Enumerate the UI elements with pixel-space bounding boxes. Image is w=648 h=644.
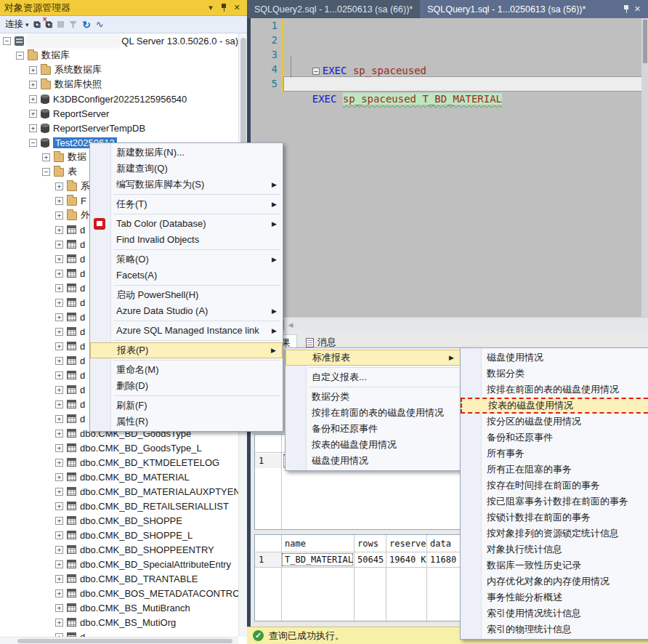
tree-row[interactable]: +dbo.CMK_BOS_METADATACONTRO — [0, 586, 238, 600]
close-icon[interactable]: ✕ — [634, 4, 641, 14]
expander-icon[interactable]: + — [55, 182, 63, 190]
expander-icon[interactable]: − — [16, 52, 24, 60]
menu-item[interactable]: 所有正在阻塞的事务 — [461, 462, 648, 478]
tree-row[interactable]: +ReportServerTempDB — [0, 121, 238, 135]
menu-item[interactable]: 按表的磁盘使用情况 — [285, 437, 461, 453]
row-number[interactable]: 1 — [255, 454, 281, 468]
menu-item[interactable]: 任务(T)▶ — [90, 196, 283, 212]
menu-item[interactable]: 按对象排列的资源锁定统计信息 — [461, 526, 648, 542]
expander-icon[interactable]: + — [55, 255, 63, 263]
tree-row[interactable]: +dbo.CMK_BD_RETAILSERIALLIST — [0, 499, 238, 513]
tree-row[interactable]: +d — [0, 629, 238, 637]
sql-editor[interactable]: 12345 −EXEC sp_spaceused EXEC sp_spaceus… — [247, 18, 648, 317]
expander-icon[interactable]: + — [55, 531, 63, 539]
expander-icon[interactable]: + — [55, 546, 63, 554]
tree-horizontal-scrollbar[interactable] — [0, 637, 238, 644]
expander-icon[interactable]: + — [55, 415, 63, 423]
menu-item[interactable]: 标准报表▶ — [285, 350, 461, 366]
expander-icon[interactable]: + — [29, 110, 37, 118]
expander-icon[interactable]: − — [29, 139, 37, 147]
editor-horizontal-scrollbar[interactable]: ▾ ◀ — [251, 317, 648, 331]
tree-row[interactable]: +数据库快照 — [0, 77, 238, 92]
chevron-down-icon[interactable]: ▾ — [205, 3, 216, 12]
expander-icon[interactable]: + — [29, 95, 37, 103]
menu-item[interactable]: 新建数据库(N)... — [90, 145, 283, 161]
menu-item[interactable]: Azure SQL Managed Instance link▶ — [90, 323, 283, 339]
menu-item[interactable]: Facets(A) — [90, 267, 283, 283]
expander-icon[interactable]: + — [55, 386, 63, 394]
activity-monitor-icon[interactable]: ∿ — [96, 19, 104, 30]
tree-row[interactable]: +dbo.CMK_BS_MutiOrg — [0, 615, 238, 629]
menu-item[interactable]: 属性(R) — [90, 414, 283, 430]
expander-icon[interactable]: + — [55, 517, 63, 525]
tree-row[interactable]: +dbo.CMK_BS_MutiBranch — [0, 600, 238, 615]
expander-icon[interactable]: + — [55, 560, 63, 568]
menu-item[interactable]: Find Invalid Objects — [90, 232, 283, 248]
expander-icon[interactable]: + — [55, 226, 63, 234]
tree-row[interactable]: +系统数据库 — [0, 63, 238, 77]
menu-item[interactable]: 编写数据库脚本为(S)▶ — [90, 177, 283, 193]
expander-icon[interactable]: + — [55, 604, 63, 612]
expander-icon[interactable]: + — [55, 313, 63, 321]
expander-icon[interactable]: + — [55, 444, 63, 452]
menu-item[interactable]: 重命名(M) — [90, 362, 283, 378]
expander-icon[interactable]: + — [55, 197, 63, 205]
connect-button[interactable]: 连接 ▾ — [5, 18, 29, 31]
expander-icon[interactable]: + — [55, 488, 63, 496]
pin-icon[interactable] — [623, 5, 630, 13]
menu-item[interactable]: 备份和还原事件 — [461, 430, 648, 446]
menu-item[interactable]: 磁盘使用情况 — [285, 453, 461, 469]
expander-icon[interactable]: + — [55, 328, 63, 336]
expander-icon[interactable]: + — [55, 284, 63, 292]
tree-row[interactable]: +dbo.CMK_BD_GoodsType_L — [0, 440, 238, 455]
expander-icon[interactable]: + — [55, 459, 63, 467]
menu-item[interactable]: Tab Color (Database)▶ — [90, 216, 283, 232]
row-number[interactable]: 1 — [255, 552, 281, 567]
tree-row[interactable]: +ReportServer — [0, 106, 238, 121]
column-header[interactable]: reserved — [386, 536, 426, 551]
menu-item[interactable]: Azure Data Studio (A)▶ — [90, 303, 283, 319]
expander-icon[interactable]: + — [55, 430, 63, 438]
menu-item[interactable]: 按存在时间排在前面的事务 — [461, 478, 648, 494]
editor-vertical-scrollbar[interactable] — [641, 18, 648, 317]
menu-item[interactable]: 按排在前面的表的磁盘使用情况 — [461, 382, 648, 398]
tree-row[interactable]: +dbo.CMK_BD_SHOPPEENTRY — [0, 542, 238, 557]
expander-icon[interactable]: + — [55, 401, 63, 408]
menu-item[interactable]: 策略(O)▶ — [90, 251, 283, 267]
expander-icon[interactable]: − — [42, 168, 50, 176]
menu-item[interactable]: 磁盘使用情况 — [461, 350, 648, 366]
grid-cell[interactable]: 50645 — [354, 552, 386, 567]
expander-icon[interactable]: + — [55, 270, 63, 278]
tree-row[interactable]: −数据库 — [0, 48, 238, 63]
menu-item[interactable]: 内存优化对象的内存使用情况 — [461, 573, 648, 589]
menu-item[interactable]: 刷新(F) — [90, 398, 283, 414]
pin-icon[interactable] — [218, 3, 230, 13]
scrollbar-thumb[interactable] — [17, 639, 232, 643]
expander-icon[interactable]: + — [29, 124, 37, 132]
grid-cell[interactable]: 19640 KB — [386, 552, 426, 567]
menu-item[interactable]: 数据库一致性历史记录 — [461, 558, 648, 573]
menu-item[interactable]: 备份和还原事件 — [285, 421, 461, 437]
expander-icon[interactable]: + — [55, 241, 63, 249]
tree-row[interactable]: +dbo.CMK_BD_MATERIAL — [0, 470, 238, 484]
expander-icon[interactable]: − — [3, 37, 11, 45]
menu-item[interactable]: 按表的磁盘使用情况 — [461, 398, 648, 414]
tree-row[interactable]: +K3DBConfiger20225125956540 — [0, 92, 238, 106]
expander-icon[interactable]: + — [55, 212, 63, 220]
tree-row[interactable]: +dbo.CMK_BD_SpecialAttributeEntry — [0, 557, 238, 571]
tree-row[interactable]: +dbo.CMK_BD_SHOPPE — [0, 513, 238, 528]
menu-item[interactable]: 报表(P)▶ — [90, 342, 283, 358]
tab-sqlquery1[interactable]: SQLQuery1.sql - 1...0250613 (sa (56))* ✕ — [420, 0, 648, 18]
menu-item[interactable]: 按已阻塞事务计数排在前面的事务 — [461, 494, 648, 510]
expander-icon[interactable]: + — [55, 357, 63, 365]
refresh-icon[interactable]: ↻ — [82, 19, 91, 31]
expander-icon[interactable]: + — [55, 502, 63, 510]
filter-icon[interactable] — [69, 21, 77, 28]
tree-row[interactable]: +dbo.CMK_BD_SHOPPE_L — [0, 528, 238, 542]
tree-row[interactable]: −QL Server 13.0.5026.0 - sa) — [0, 33, 238, 48]
menu-item[interactable]: 删除(D) — [90, 378, 283, 394]
tree-row[interactable]: +dbo.CMK_BD_KTMDELETELOG — [0, 455, 238, 470]
expander-icon[interactable]: + — [42, 153, 50, 161]
menu-item[interactable]: 按分区的磁盘使用情况 — [461, 414, 648, 430]
column-header[interactable]: name — [281, 536, 354, 551]
